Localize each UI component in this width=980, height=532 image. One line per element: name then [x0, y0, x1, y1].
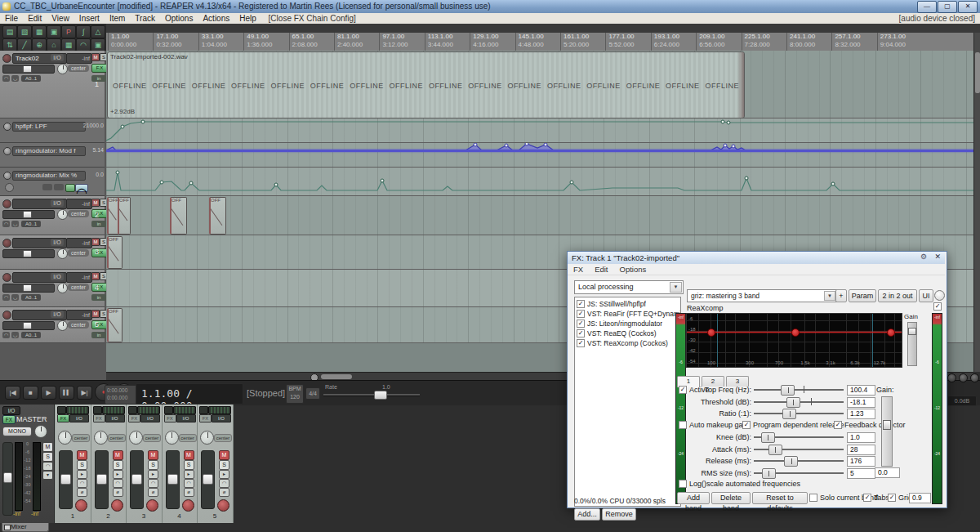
band-gain-thumb[interactable]	[883, 420, 891, 430]
track-env-dot-button[interactable]: ◡	[11, 221, 19, 227]
param-slider-thumb[interactable]	[782, 409, 796, 419]
zoom-knob-2[interactable]	[959, 373, 968, 382]
time-display-box[interactable]: 1.1.00 / 0:00.000	[136, 383, 243, 405]
toolbar-lock-toggle-icon[interactable]: ▣	[91, 38, 105, 51]
bottom-button-2[interactable]: Reset to defaults	[752, 492, 808, 504]
fx-plugin-checkbox[interactable]: ✓	[577, 339, 585, 347]
envelope-bullet[interactable]	[3, 123, 11, 131]
fx-enabled-checkbox[interactable]: ✓	[933, 302, 942, 311]
channel-record-arm[interactable]	[111, 499, 123, 512]
graph-gain-slider[interactable]	[907, 322, 917, 366]
track-fx-button[interactable]: F.X	[91, 64, 108, 73]
fx-plugin-row[interactable]: ✓VST: ReaFir (FFT EQ+Dynamics ...	[575, 309, 680, 319]
fx-preset-combo[interactable]: griz: mastering 3 band▼	[687, 289, 837, 302]
channel-fx-button[interactable]: FX	[199, 414, 212, 422]
toolbar-action-p-icon[interactable]: P	[61, 25, 76, 38]
comp-option-checkbox[interactable]: ✓	[742, 421, 751, 429]
zoom-knob-1[interactable]	[947, 373, 956, 382]
channel-fader-thumb[interactable]	[131, 474, 142, 485]
track-mute-button[interactable]: M	[91, 199, 100, 207]
channel-record-arm[interactable]	[146, 499, 158, 512]
compressor-graph[interactable]: -6-18-30-42-541003007001.5k3.1k6.3k12.7k	[686, 313, 902, 368]
track-fx-button[interactable]: F.X	[91, 320, 108, 329]
fx-remove-button[interactable]: Remove	[602, 508, 636, 521]
fx-ui-button[interactable]: UI	[919, 289, 933, 302]
modulation-envelope-line[interactable]	[106, 150, 973, 152]
small-media-item[interactable]: OFF	[209, 197, 226, 235]
channel-fader[interactable]	[166, 450, 180, 509]
channel-fader-thumb[interactable]	[203, 474, 213, 485]
param-slider-3[interactable]	[754, 409, 844, 418]
graph-gain-thumb[interactable]	[908, 328, 916, 335]
record-arm-button[interactable]	[2, 54, 11, 63]
channel-io-button[interactable]: I/O	[140, 414, 160, 422]
channel-fader[interactable]	[130, 450, 144, 509]
track-volume-thumb[interactable]	[23, 211, 32, 218]
fx-param-button[interactable]: Param	[849, 289, 876, 302]
fx-plugin-checkbox[interactable]: ✓	[577, 320, 585, 328]
channel-mute-button[interactable]: M	[77, 450, 87, 460]
envelope-bypass-button[interactable]: ◠	[75, 184, 88, 192]
menu-actions[interactable]: Actions	[198, 13, 234, 24]
media-item-track02[interactable]: Track02-imported-002.wavOFFLINEOFFLINEOF…	[107, 51, 745, 118]
toolbar-open-project-icon[interactable]: ▧	[17, 25, 32, 38]
channel-input-box[interactable]	[57, 406, 66, 414]
track-volume-thumb[interactable]	[23, 250, 32, 257]
track-env-arc-button[interactable]: ◠	[2, 294, 10, 301]
channel-env-button[interactable]: ◠	[184, 479, 194, 488]
fx-menu-options[interactable]: Options	[614, 265, 653, 274]
master-mute-button[interactable]: M	[42, 442, 53, 452]
channel-env-button[interactable]: ◠	[77, 479, 87, 488]
track-volume-slider[interactable]	[2, 65, 55, 74]
view-option-checkbox[interactable]	[809, 494, 817, 502]
title-bar[interactable]: CC_TBC_UrbaneEncounter [modified] - REAP…	[0, 0, 980, 14]
param-value-box[interactable]: 1.0	[847, 432, 875, 443]
param-value-box[interactable]: 100.4	[847, 385, 875, 396]
toolbar-grid-toggle-icon[interactable]: ▦	[61, 38, 76, 51]
channel-phase-button[interactable]: ø	[148, 488, 158, 497]
fx-plugin-checkbox[interactable]: ✓	[577, 310, 585, 318]
envelope-arm-button[interactable]	[65, 184, 75, 192]
param-slider-5[interactable]	[754, 445, 844, 454]
master-fx-button[interactable]: FX	[2, 415, 16, 424]
track-fx-button[interactable]: F.X	[91, 248, 108, 257]
channel-record-arm[interactable]	[217, 499, 229, 512]
channel-io-button[interactable]: I/O	[105, 414, 125, 422]
channel-fader-thumb[interactable]	[167, 474, 178, 485]
param-slider-thumb[interactable]	[768, 445, 782, 455]
vscroll-thumb[interactable]	[975, 52, 980, 93]
channel-solo-button[interactable]: S	[184, 460, 194, 470]
channel-input-box[interactable]	[93, 406, 102, 414]
go-to-end-button[interactable]: ▶|	[77, 386, 92, 400]
pause-button[interactable]: ▌▌	[59, 386, 74, 400]
bottom-value-box[interactable]: 0.9	[909, 493, 931, 503]
channel-env-button[interactable]: ◠	[148, 479, 158, 488]
graph-crossover-line[interactable]	[717, 314, 718, 367]
param-value-box[interactable]: 176	[847, 456, 875, 467]
channel-routing-box[interactable]	[173, 406, 196, 414]
fx-plugin-row[interactable]: ✓VST: ReaXcomp (Cockos)	[575, 338, 680, 348]
track-env-dot-button[interactable]: ◡	[11, 294, 19, 301]
track-input-button[interactable]: in	[91, 221, 106, 227]
channel-input-box[interactable]	[128, 406, 137, 414]
fx-plugin-checkbox[interactable]: ✓	[577, 329, 585, 338]
channel-env-button[interactable]: ◠	[219, 479, 229, 488]
param-value-box[interactable]: -18.1	[847, 397, 875, 408]
track-lane-2[interactable]: OFFOFFOFFOFF	[106, 196, 973, 235]
channel-mute-button[interactable]: M	[113, 450, 123, 460]
log-scale-checkbox[interactable]	[679, 480, 687, 488]
record-arm-button[interactable]	[2, 311, 11, 320]
channel-routing-box[interactable]	[102, 406, 125, 414]
master-env-button[interactable]: ◠	[42, 462, 53, 471]
track-input-button[interactable]: in	[91, 332, 106, 338]
toolbar-metronome-icon[interactable]: △	[91, 25, 105, 38]
fx-close-icon[interactable]: ✕	[934, 253, 941, 261]
track-mute-button[interactable]: M	[91, 238, 100, 246]
close-button[interactable]: ✕	[958, 1, 978, 13]
toolbar-project-settings-icon[interactable]: ▣	[47, 25, 61, 38]
fx-add-button[interactable]: Add...	[574, 508, 600, 521]
track-volume-thumb[interactable]	[23, 284, 32, 292]
channel-record-arm[interactable]	[75, 499, 87, 512]
envelope-lane-1[interactable]	[106, 118, 973, 143]
envelope-lane-3[interactable]	[106, 168, 973, 196]
